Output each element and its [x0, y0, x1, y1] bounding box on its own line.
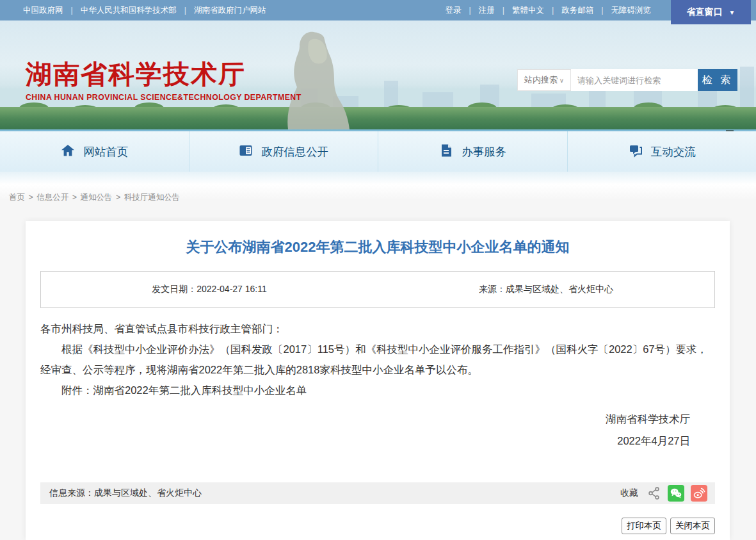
close-page-button[interactable]: 关闭本页 — [670, 518, 715, 534]
weibo-share-icon[interactable] — [691, 485, 707, 502]
publish-date: 发文日期：2022-04-27 16:11 — [41, 284, 378, 295]
select-arrow-icon: ∨ — [559, 77, 564, 84]
separator: | — [469, 6, 471, 15]
breadcrumb-home[interactable]: 首页 — [9, 193, 25, 202]
search-input[interactable] — [571, 69, 698, 91]
chat-icon — [628, 143, 643, 161]
topbar-left-links: 中国政府网 | 中华人民共和国科学技术部 | 湖南省政府门户网站 — [23, 5, 266, 16]
link-china-gov[interactable]: 中国政府网 — [23, 5, 63, 16]
signature-block: 湖南省科学技术厅 2022年4月27日 — [606, 408, 690, 452]
nav-tab-label: 办事服务 — [462, 144, 506, 160]
site-search: 站内搜索 ∨ 检 索 — [517, 69, 737, 91]
provincial-window-label: 省直窗口 — [687, 6, 723, 18]
nav-tab-gov-info[interactable]: 政府信息公开 — [189, 131, 379, 172]
provincial-window-dropdown[interactable]: 省直窗口 ▼ — [671, 0, 751, 24]
article-source: 来源：成果与区域处、省火炬中心 — [378, 284, 714, 295]
link-gov-mailbox[interactable]: 政务邮箱 — [561, 5, 593, 16]
nav-tab-label: 互动交流 — [651, 144, 696, 160]
separator: | — [552, 6, 554, 15]
link-register[interactable]: 注册 — [479, 5, 495, 16]
article-paragraph: 各市州科技局、省直管试点县市科技行政主管部门： — [40, 318, 715, 339]
breadcrumb-separator: > — [28, 193, 33, 202]
info-source-bar: 信息来源：成果与区域处、省火炬中心 收藏 — [40, 482, 715, 504]
link-accessibility[interactable]: 无障碍浏览 — [611, 5, 652, 16]
link-most[interactable]: 中华人民共和国科学技术部 — [81, 5, 177, 16]
breadcrumb-info[interactable]: 信息公开 — [36, 193, 68, 202]
article-body: 各市州科技局、省直管试点县市科技行政主管部门： 根据《科技型中小企业评价办法》（… — [40, 318, 715, 400]
source-label: 来源： — [479, 284, 506, 294]
separator: | — [184, 6, 186, 15]
site-title: 湖南省科学技术厅 — [26, 58, 302, 92]
article-title: 关于公布湖南省2022年第二批入库科技型中小企业名单的通知 — [26, 238, 730, 257]
search-scope-select[interactable]: 站内搜索 ∨ — [517, 69, 571, 91]
print-page-button[interactable]: 打印本页 — [622, 518, 666, 534]
breadcrumb-separator: > — [72, 193, 77, 202]
info-doc-icon — [238, 143, 253, 161]
page-actions: 打印本页 关闭本页 — [622, 518, 715, 534]
top-utility-bar: 中国政府网 | 中华人民共和国科学技术部 | 湖南省政府门户网站 登录 | 注册… — [0, 0, 756, 20]
attachment-line: 附件：湖南省2022年第二批入库科技型中小企业名单 — [40, 380, 715, 400]
nav-tab-interaction[interactable]: 互动交流 — [568, 131, 756, 172]
page: 中国政府网 | 中华人民共和国科学技术部 | 湖南省政府门户网站 登录 | 注册… — [0, 0, 756, 540]
breadcrumb-notices[interactable]: 通知公告 — [81, 193, 113, 202]
separator: | — [601, 6, 603, 15]
nav-tab-label: 网站首页 — [83, 144, 128, 160]
breadcrumb-separator: > — [116, 193, 120, 202]
site-logo: 湖南省科学技术厅 CHINA HUNAN PROVINCIAL SCIENCE&… — [26, 58, 302, 102]
link-login[interactable]: 登录 — [446, 5, 462, 16]
nav-tab-label: 政府信息公开 — [261, 144, 328, 160]
link-hunan-gov[interactable]: 湖南省政府门户网站 — [194, 5, 266, 16]
info-source-value: 成果与区域处、省火炬中心 — [94, 487, 202, 498]
article-paragraph: 根据《科技型中小企业评价办法》（国科发政〔2017〕115号）和《科技型中小企业… — [40, 339, 715, 380]
search-button[interactable]: 检 索 — [698, 69, 737, 91]
signature-org: 湖南省科学技术厅 — [606, 408, 690, 430]
article-meta-box: 发文日期：2022-04-27 16:11 来源：成果与区域处、省火炬中心 — [40, 271, 715, 308]
wechat-share-icon[interactable] — [668, 485, 684, 502]
main-nav: 网站首页 政府信息公开 办事服务 互动交流 — [0, 131, 756, 172]
chevron-down-icon: ▼ — [729, 9, 736, 16]
info-source-label: 信息来源： — [49, 487, 94, 498]
trees-band-graphic — [0, 107, 756, 131]
favorite-button[interactable]: 收藏 — [620, 487, 638, 499]
topbar-right-links: 登录 | 注册 | 繁體中文 | 政务邮箱 | 无障碍浏览 — [446, 5, 652, 16]
search-scope-label: 站内搜索 — [524, 74, 558, 86]
share-icon[interactable] — [647, 486, 661, 500]
nav-tab-home[interactable]: 网站首页 — [0, 131, 189, 172]
publish-date-value: 2022-04-27 16:11 — [197, 284, 267, 294]
info-source: 信息来源：成果与区域处、省火炬中心 — [49, 487, 202, 499]
publish-date-label: 发文日期： — [152, 284, 197, 294]
separator: | — [503, 6, 504, 15]
signature-date: 2022年4月27日 — [606, 430, 690, 452]
source-value: 成果与区域处、省火炬中心 — [506, 284, 613, 294]
link-traditional-chinese[interactable]: 繁體中文 — [512, 5, 544, 16]
service-file-icon — [438, 143, 454, 161]
breadcrumb-current: 科技厅通知公告 — [124, 193, 181, 202]
nav-tab-services[interactable]: 办事服务 — [378, 131, 568, 172]
article-card: 关于公布湖南省2022年第二批入库科技型中小企业名单的通知 发文日期：2022-… — [26, 221, 730, 540]
breadcrumb: 首页 > 信息公开 > 通知公告 > 科技厅通知公告 — [9, 192, 181, 203]
separator: | — [71, 6, 73, 15]
banner: 湖南省科学技术厅 CHINA HUNAN PROVINCIAL SCIENCE&… — [0, 20, 756, 131]
home-icon — [60, 143, 76, 161]
share-tools: 收藏 — [620, 485, 707, 502]
site-title-english: CHINA HUNAN PROVINCIAL SCIENCE&TECHNOLOG… — [26, 93, 302, 102]
